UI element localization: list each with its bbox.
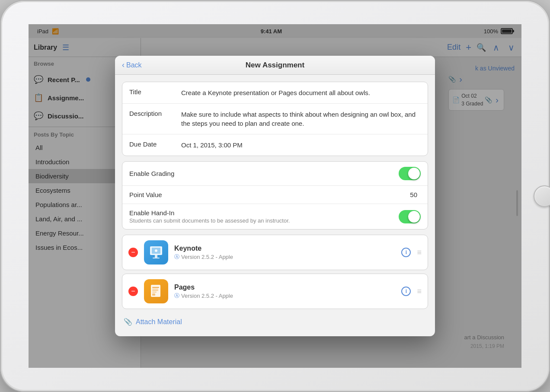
enable-handin-toggle[interactable] [399, 210, 421, 223]
enable-handin-row: Enable Hand-In Students can submit docum… [122, 204, 428, 229]
pages-info-button[interactable]: i [401, 287, 411, 296]
pages-app-icon [144, 279, 168, 303]
keynote-info-button[interactable]: i [401, 248, 411, 257]
description-value: Make sure to include what aspects to thi… [181, 110, 421, 128]
pages-drag-handle[interactable]: ≡ [417, 287, 422, 296]
enable-grading-row: Enable Grading [122, 162, 428, 186]
toggle-knob-handin [408, 211, 420, 223]
description-label: Description [129, 110, 181, 117]
enable-grading-label: Enable Grading [129, 170, 174, 177]
pages-info: Pages Ⓐ Version 2.5.2 - Apple [174, 284, 395, 300]
settings-card: Enable Grading Point Value 50 [122, 161, 428, 229]
modal-body: Title Create a Keynote presentation or P… [115, 75, 435, 336]
pages-version-text: Version 2.5.2 - Apple [181, 293, 233, 299]
point-value-row: Point Value 50 [122, 186, 428, 204]
title-value: Create a Keynote presentation or Pages d… [181, 88, 421, 97]
svg-rect-10 [152, 293, 155, 296]
home-button[interactable] [534, 185, 550, 207]
svg-rect-8 [152, 290, 158, 291]
back-label: Back [126, 61, 142, 69]
pages-appstore-icon: Ⓐ [174, 292, 179, 300]
assignment-modal: ‹ Back New Assignment Title Create a Key… [115, 56, 435, 336]
due-date-label: Due Date [129, 140, 181, 148]
svg-rect-6 [152, 287, 159, 288]
back-chevron-icon: ‹ [122, 61, 125, 70]
toggle-knob-grading [408, 168, 420, 179]
title-label: Title [129, 88, 181, 96]
point-value-display: 50 [410, 191, 417, 198]
svg-rect-2 [153, 258, 160, 258]
enable-handin-label-group: Enable Hand-In Students can submit docum… [129, 209, 399, 224]
ipad-frame: iPad 📶 9:41 AM 100% Library ☰ Browse [0, 0, 550, 392]
modal-header: ‹ Back New Assignment [115, 56, 435, 75]
enable-grading-toggle[interactable] [399, 167, 421, 180]
point-value-label-group: Point Value [129, 191, 410, 198]
title-row: Title Create a Keynote presentation or P… [122, 82, 428, 104]
ipad-screen: iPad 📶 9:41 AM 100% Library ☰ Browse [29, 24, 521, 368]
attach-material-label: Attach Material [136, 318, 182, 326]
keynote-appstore-icon: Ⓐ [174, 253, 179, 261]
description-row: Description Make sure to include what as… [122, 104, 428, 134]
svg-rect-7 [152, 289, 158, 290]
due-date-row: Due Date Oct 1, 2015, 3:00 PM [122, 134, 428, 156]
back-button[interactable]: ‹ Back [115, 61, 149, 70]
keynote-info: Keynote Ⓐ Version 2.5.2 - Apple [174, 245, 395, 261]
attach-material-button[interactable]: 📎 Attach Material [122, 314, 428, 329]
svg-rect-9 [152, 292, 157, 293]
keynote-app-item: − [122, 235, 428, 270]
enable-handin-sublabel: Students can submit documents to be asse… [129, 217, 399, 224]
due-date-value: Oct 1, 2015, 3:00 PM [181, 140, 421, 150]
keynote-icon-svg [148, 245, 164, 260]
pages-version: Ⓐ Version 2.5.2 - Apple [174, 292, 395, 300]
point-value-label: Point Value [129, 191, 162, 198]
pages-name: Pages [174, 284, 395, 291]
pages-icon-svg [148, 284, 164, 299]
svg-point-4 [155, 249, 157, 252]
info-card: Title Create a Keynote presentation or P… [122, 82, 428, 156]
svg-rect-1 [155, 255, 157, 258]
apps-section: − [122, 235, 428, 309]
attach-material-icon: 📎 [124, 318, 132, 326]
keynote-remove-button[interactable]: − [128, 248, 138, 257]
modal-overlay: ‹ Back New Assignment Title Create a Key… [29, 24, 521, 368]
modal-title: New Assignment [246, 61, 304, 70]
keynote-name: Keynote [174, 245, 395, 252]
keynote-version: Ⓐ Version 2.5.2 - Apple [174, 253, 395, 261]
pages-remove-button[interactable]: − [128, 287, 138, 296]
keynote-drag-handle[interactable]: ≡ [417, 248, 422, 257]
keynote-version-text: Version 2.5.2 - Apple [181, 254, 233, 260]
keynote-app-icon [144, 240, 168, 265]
enable-grading-label-group: Enable Grading [129, 170, 399, 177]
pages-app-item: − [122, 274, 428, 309]
enable-handin-label: Enable Hand-In [129, 209, 174, 217]
